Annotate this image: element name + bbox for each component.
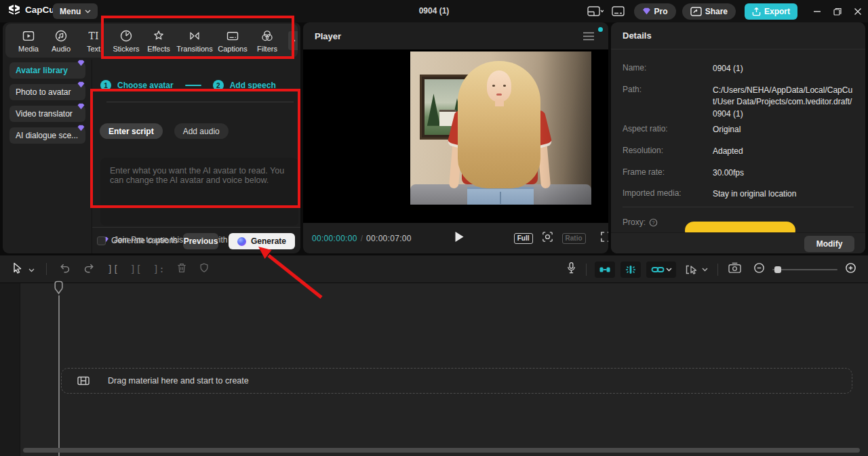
timeline-dropzone[interactable]: Drag material here and start to create bbox=[61, 368, 852, 394]
minimize-icon bbox=[813, 7, 821, 16]
playhead-handle[interactable] bbox=[54, 281, 64, 297]
layout-switch-button[interactable] bbox=[583, 3, 608, 20]
media-library-panel: Media Audio TI Text bbox=[3, 22, 300, 253]
tab-stickers[interactable]: Stickers bbox=[110, 29, 142, 53]
svg-text:?: ? bbox=[652, 220, 654, 226]
close-button[interactable] bbox=[848, 3, 868, 20]
restore-button[interactable] bbox=[827, 3, 848, 20]
chevron-right-icon bbox=[291, 37, 296, 44]
playhead-line[interactable] bbox=[58, 295, 60, 456]
tab-captions[interactable]: Captions bbox=[214, 29, 251, 53]
avatar-jeans bbox=[467, 187, 534, 205]
chevron-down-icon bbox=[28, 268, 35, 272]
sidebar-item-ai-dialogue-scene[interactable]: AI dialogue sce... bbox=[9, 127, 85, 144]
track-select-mode-button[interactable] bbox=[684, 264, 708, 276]
split-button[interactable]: ][ bbox=[107, 264, 119, 274]
modify-button[interactable]: Modify bbox=[804, 236, 854, 252]
zoom-in-button[interactable] bbox=[844, 262, 857, 277]
media-icon bbox=[22, 29, 35, 43]
snap-toggle[interactable] bbox=[595, 262, 615, 278]
link-toggle[interactable] bbox=[646, 262, 676, 278]
timeline-zoom-slider[interactable] bbox=[772, 269, 837, 270]
compact-mode-button[interactable] bbox=[608, 3, 629, 20]
tab-audio[interactable]: Audio bbox=[45, 29, 77, 53]
select-tool-dropdown[interactable] bbox=[28, 263, 35, 275]
filters-icon bbox=[260, 29, 274, 43]
help-icon[interactable]: ? bbox=[649, 218, 658, 227]
timeline-body[interactable]: Drag material here and start to create bbox=[0, 283, 868, 456]
select-tool-button[interactable] bbox=[12, 262, 22, 276]
share-button[interactable]: Share bbox=[682, 3, 736, 20]
undo-button[interactable] bbox=[58, 262, 71, 276]
pro-gem-icon bbox=[77, 81, 85, 90]
ratio-button[interactable]: Ratio bbox=[562, 233, 586, 244]
freeze-toggle[interactable] bbox=[620, 262, 641, 278]
enter-script-tab[interactable]: Enter script bbox=[100, 123, 163, 139]
generate-button[interactable]: Generate bbox=[229, 233, 295, 249]
effects-icon bbox=[152, 29, 165, 43]
previous-button[interactable]: Previous bbox=[183, 233, 218, 249]
full-preview-button[interactable]: Full bbox=[514, 233, 533, 244]
fullscreen-button[interactable] bbox=[600, 231, 608, 245]
add-audio-tab[interactable]: Add audio bbox=[174, 123, 229, 139]
minimize-button[interactable] bbox=[807, 3, 827, 20]
redo-icon bbox=[83, 262, 96, 274]
ai-orb-icon bbox=[237, 237, 246, 246]
ribbon-tab-bar: Media Audio TI Text bbox=[5, 24, 298, 58]
player-menu-button[interactable] bbox=[583, 31, 595, 43]
delete-left-button[interactable]: ][ bbox=[130, 264, 142, 274]
tab-transitions[interactable]: Transitions bbox=[175, 29, 214, 53]
pro-gem-icon bbox=[642, 7, 651, 15]
ribbon-overflow-button[interactable] bbox=[288, 31, 298, 50]
trash-icon bbox=[176, 262, 187, 274]
proxy-row: Proxy: ? bbox=[623, 217, 658, 227]
tab-effects[interactable]: Effects bbox=[142, 29, 175, 53]
preview-quality-button[interactable] bbox=[728, 262, 742, 277]
sidebar-item-video-translator[interactable]: Video translator bbox=[9, 106, 85, 122]
play-button[interactable] bbox=[454, 231, 465, 245]
shield-icon bbox=[199, 262, 210, 274]
tab-text[interactable]: TI Text bbox=[77, 29, 110, 53]
timeline-toolbar: ][ ][ ]: bbox=[0, 255, 868, 283]
export-button[interactable]: Export bbox=[745, 3, 797, 20]
details-panel: Details Name: 0904 (1) Path: C:/Users/NE… bbox=[611, 22, 865, 253]
generate-captions-checkbox[interactable] bbox=[97, 236, 106, 245]
track-cursor-icon bbox=[684, 264, 699, 276]
player-controls: 00:00:00:00 / 00:00:07:00 Full Ratio bbox=[303, 223, 608, 253]
redo-button[interactable] bbox=[83, 262, 96, 276]
step-2-label[interactable]: Add speech bbox=[230, 81, 276, 90]
generate-captions-label: Generate captions bbox=[111, 236, 178, 245]
zoom-slider-handle[interactable] bbox=[774, 266, 781, 273]
link-icon bbox=[651, 263, 665, 276]
snap-icon bbox=[598, 263, 612, 276]
video-preview-frame: OMERGAN 5 bbox=[410, 51, 591, 205]
preview-quality-icon bbox=[728, 262, 742, 274]
svg-text:TI: TI bbox=[89, 30, 99, 41]
mark-button[interactable] bbox=[199, 262, 210, 276]
zoom-in-icon bbox=[844, 262, 857, 274]
step-1-label[interactable]: Choose avatar bbox=[117, 81, 174, 90]
freeze-icon bbox=[624, 263, 637, 276]
focus-icon bbox=[541, 230, 554, 243]
video-canvas[interactable]: OMERGAN 5 bbox=[303, 49, 608, 223]
delete-button[interactable] bbox=[176, 262, 187, 276]
pro-button[interactable]: Pro bbox=[634, 3, 676, 20]
layout-icon bbox=[587, 6, 604, 17]
details-header: Details bbox=[611, 22, 865, 49]
timeline-section: ][ ][ ]: bbox=[0, 255, 868, 456]
status-dot bbox=[598, 27, 603, 32]
sidebar-item-avatar-library[interactable]: Avatar library bbox=[9, 62, 85, 79]
tab-filters[interactable]: Filters bbox=[251, 29, 283, 53]
snapshot-button[interactable] bbox=[541, 230, 554, 246]
player-panel: Player bbox=[303, 22, 608, 253]
script-input[interactable] bbox=[100, 158, 298, 226]
record-voiceover-button[interactable] bbox=[566, 262, 576, 277]
tab-media[interactable]: Media bbox=[12, 29, 45, 53]
timeline-horizontal-scrollbar[interactable] bbox=[23, 448, 860, 453]
zoom-out-button[interactable] bbox=[753, 262, 766, 277]
step-connector bbox=[185, 85, 201, 86]
ai-avatar-wizard: 1 Choose avatar 2 Add speech Enter scrip… bbox=[92, 60, 300, 253]
sidebar-item-photo-to-avatar[interactable]: Photo to avatar bbox=[9, 84, 85, 100]
delete-right-button[interactable]: ]: bbox=[153, 264, 165, 274]
step-1-badge: 1 bbox=[100, 80, 111, 91]
